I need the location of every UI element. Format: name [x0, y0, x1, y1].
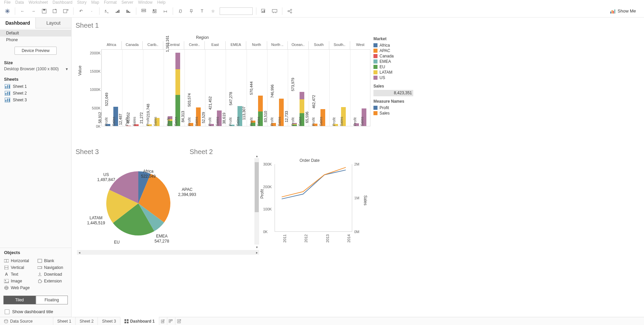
- new-data-icon[interactable]: [50, 6, 60, 16]
- sidebar-sheet-2[interactable]: Sheet 2: [0, 90, 71, 97]
- sales-bar[interactable]: 462,472Sales: [320, 109, 325, 126]
- menu-worksheet[interactable]: Worksheet: [29, 0, 48, 5]
- sales-line[interactable]: [282, 167, 346, 197]
- sales-bar[interactable]: 421,452Sales: [217, 110, 222, 126]
- sales-bar[interactable]: 46,052Sales: [134, 124, 139, 126]
- menu-story[interactable]: Story: [77, 0, 87, 5]
- object-web-page[interactable]: Web Page: [4, 285, 34, 290]
- profit-bar[interactable]: 113,307Profit: [251, 121, 255, 126]
- object-horizontal[interactable]: Horizontal: [4, 258, 34, 263]
- profit-bar[interactable]: 65,596Profit: [313, 124, 317, 126]
- menu-map[interactable]: Map: [91, 0, 99, 5]
- new-dashboard-tab-icon[interactable]: [167, 317, 175, 325]
- legend-measure-sales[interactable]: Sales: [373, 110, 417, 116]
- data-source-tab[interactable]: Data Source: [0, 317, 37, 325]
- new-worksheet-tab-icon[interactable]: [159, 317, 167, 325]
- tab-sheet2[interactable]: Sheet 2: [75, 317, 97, 325]
- new-story-tab-icon[interactable]: [175, 317, 183, 325]
- sales-bar[interactable]: 1,163,161Sales: [175, 53, 180, 126]
- vertical-scrollbar[interactable]: ▴ ▾: [254, 158, 259, 245]
- device-preview-button[interactable]: Device Preview: [15, 47, 57, 55]
- save-icon[interactable]: [39, 6, 49, 16]
- menu-dashboard[interactable]: Dashboard: [53, 0, 73, 5]
- presentation-icon[interactable]: [270, 6, 279, 16]
- object-vertical[interactable]: Vertical: [4, 265, 34, 270]
- object-text[interactable]: AText: [4, 272, 34, 277]
- legend-measure-profit[interactable]: Profit: [373, 105, 417, 110]
- sidebar-sheet-3[interactable]: Sheet 3: [0, 97, 71, 103]
- forward-icon[interactable]: →: [29, 6, 38, 16]
- redo-icon[interactable]: ·: [87, 6, 96, 16]
- legend-market-us[interactable]: US: [373, 75, 417, 80]
- profit-bar[interactable]: 84,313Profit: [189, 123, 193, 126]
- dashboard-canvas[interactable]: Sheet 1 Region Value AfricaCanadaCarib..…: [72, 18, 644, 317]
- show-labels-icon[interactable]: [176, 6, 185, 16]
- back-icon[interactable]: ←: [18, 6, 27, 16]
- object-download[interactable]: Download: [37, 272, 67, 277]
- profit-bar[interactable]: Profit: [333, 124, 338, 126]
- sales-bar[interactable]: 547,278Sales: [237, 106, 242, 126]
- tab-dashboard1[interactable]: Dashboard 1: [120, 317, 159, 325]
- sort-desc-icon[interactable]: [124, 6, 133, 16]
- text-icon[interactable]: T: [197, 6, 207, 16]
- horizontal-scrollbar[interactable]: ◂ ▸: [77, 250, 259, 255]
- new-worksheet-icon[interactable]: ▾: [61, 6, 71, 16]
- tab-sheet1[interactable]: Sheet 1: [53, 317, 75, 325]
- search-input[interactable]: [220, 7, 253, 15]
- sheet3-chart[interactable]: Africa522,049APAC2,394,993EMEA547,278EUL…: [77, 148, 259, 255]
- sales-bar[interactable]: 219,748Sales: [155, 118, 160, 126]
- device-phone[interactable]: Phone: [0, 36, 71, 43]
- scroll-right-icon[interactable]: ▸: [254, 250, 259, 255]
- sales-bar[interactable]: 570,444Sales: [258, 96, 263, 126]
- scroll-down-icon[interactable]: ▾: [254, 245, 259, 249]
- profit-bar[interactable]: 52,529Profit: [209, 124, 214, 126]
- sales-bar[interactable]: Sales: [341, 107, 346, 126]
- share-icon[interactable]: [285, 6, 295, 16]
- tab-layout[interactable]: Layout: [36, 18, 71, 28]
- profit-bar[interactable]: 21,272Profit: [147, 124, 152, 126]
- size-dropdown[interactable]: Desktop Browser (1000 x 800)▼: [0, 67, 71, 73]
- menu-window[interactable]: Window: [138, 0, 152, 5]
- legend-market-apac[interactable]: APAC: [373, 48, 417, 53]
- menu-data[interactable]: Data: [15, 0, 24, 5]
- tab-sheet3[interactable]: Sheet 3: [97, 317, 120, 325]
- highlight-icon[interactable]: [150, 6, 159, 16]
- sales-bar[interactable]: 573,979Sales: [300, 92, 304, 126]
- tab-dashboard[interactable]: Dashboard: [0, 18, 36, 28]
- sales-bar[interactable]: Sales: [362, 108, 366, 126]
- fit-icon[interactable]: [259, 6, 269, 16]
- scroll-up-icon[interactable]: ▴: [254, 153, 259, 158]
- menu-file[interactable]: File: [4, 0, 10, 5]
- totals-icon[interactable]: [139, 6, 148, 16]
- profit-bar[interactable]: 12,487Profit: [126, 126, 131, 126]
- legend-market-africa[interactable]: Africa: [373, 43, 417, 48]
- star-icon[interactable]: ☆: [208, 6, 218, 16]
- profit-bar[interactable]: 38,619Profit: [230, 125, 234, 126]
- legend-market-canada[interactable]: Canada: [373, 53, 417, 59]
- profit-bar[interactable]: 58,912Profit: [106, 124, 110, 126]
- swap-icon[interactable]: [102, 6, 112, 16]
- scroll-left-icon[interactable]: ◂: [77, 250, 82, 255]
- profit-bar[interactable]: 83,510Profit: [271, 123, 276, 126]
- group-icon[interactable]: [161, 6, 170, 16]
- undo-icon[interactable]: ↶: [76, 6, 86, 16]
- floating-button[interactable]: Floating: [36, 296, 68, 304]
- sidebar-sheet-1[interactable]: Sheet 1: [0, 83, 71, 90]
- logo-icon[interactable]: [3, 6, 12, 16]
- show-title-checkbox[interactable]: Show dashboard title: [0, 306, 71, 317]
- sales-bar[interactable]: 503,574Sales: [196, 107, 201, 126]
- sort-asc-icon[interactable]: [113, 6, 122, 16]
- pin-icon[interactable]: [187, 6, 196, 16]
- sales-bar[interactable]: 522,049Sales: [113, 107, 118, 126]
- object-blank[interactable]: Blank: [37, 258, 67, 263]
- legend-market-latam[interactable]: LATAM: [373, 70, 417, 75]
- profit-bar[interactable]: Profit: [354, 123, 359, 126]
- object-extension[interactable]: Extension: [37, 279, 67, 283]
- menu-server[interactable]: Server: [121, 0, 133, 5]
- scrollbar-thumb[interactable]: [255, 162, 259, 212]
- legend-market-emea[interactable]: EMEA: [373, 59, 417, 64]
- device-default[interactable]: Default: [0, 30, 71, 36]
- menu-format[interactable]: Format: [104, 0, 117, 5]
- sheet2-chart[interactable]: Order Date Profit Sales 0K100K200K300K0M…: [259, 148, 370, 249]
- object-image[interactable]: Image: [4, 279, 34, 283]
